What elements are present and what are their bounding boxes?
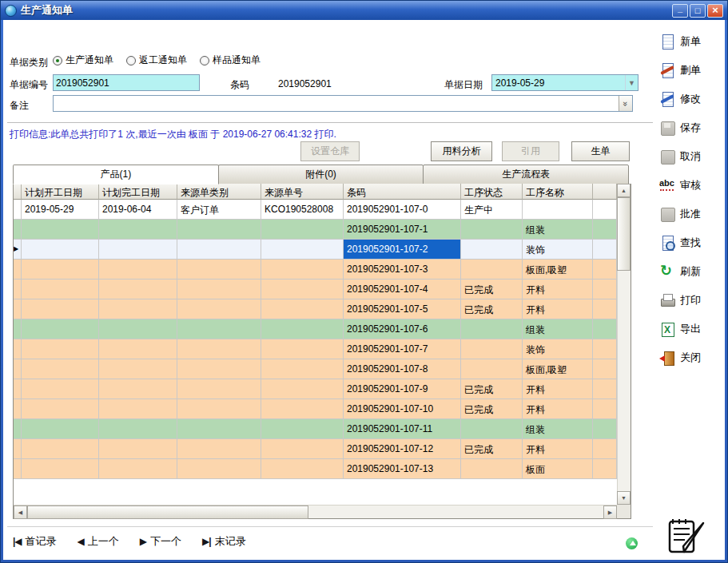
- table-cell[interactable]: [261, 299, 344, 319]
- table-cell[interactable]: 2019052901-107-3: [344, 260, 461, 280]
- table-cell[interactable]: 2019052901-107-8: [344, 359, 461, 379]
- table-cell[interactable]: 2019052901-107-13: [344, 459, 461, 479]
- table-cell[interactable]: [261, 339, 344, 359]
- table-cell[interactable]: [22, 299, 99, 319]
- table-cell[interactable]: 开料: [523, 399, 593, 419]
- table-cell[interactable]: [261, 399, 344, 419]
- sidebar-item[interactable]: 关闭: [659, 348, 728, 367]
- table-cell[interactable]: [22, 260, 99, 280]
- table-row[interactable]: 2019052901-107-7装饰: [14, 339, 617, 359]
- sidebar-item[interactable]: 打印: [659, 291, 728, 310]
- sidebar-item[interactable]: 审核: [659, 176, 728, 195]
- sidebar-item[interactable]: 保存: [659, 118, 728, 137]
- table-cell[interactable]: [461, 419, 523, 439]
- table-cell[interactable]: 2019052901-107-6: [344, 319, 461, 339]
- table-cell[interactable]: 板面: [523, 459, 593, 479]
- table-cell[interactable]: [261, 260, 344, 280]
- nav-last-record[interactable]: 末记录: [202, 534, 246, 549]
- table-cell[interactable]: [99, 399, 177, 419]
- table-cell[interactable]: [261, 359, 344, 379]
- table-cell[interactable]: 2019052901-107-5: [344, 299, 461, 319]
- table-cell[interactable]: 2019-06-04: [99, 200, 177, 220]
- table-cell[interactable]: [261, 220, 344, 240]
- table-row[interactable]: 2019052901-107-6组装: [14, 319, 617, 339]
- table-cell[interactable]: [261, 240, 344, 260]
- doc-no-input[interactable]: [53, 74, 200, 91]
- scroll-up-icon[interactable]: [617, 184, 631, 197]
- remark-input[interactable]: [54, 96, 619, 111]
- table-cell[interactable]: 2019052901-107-7: [344, 339, 461, 359]
- table-cell[interactable]: [261, 419, 344, 439]
- sidebar-item[interactable]: 批准: [659, 204, 728, 224]
- table-row[interactable]: 2019052901-107-2装饰: [14, 240, 617, 260]
- table-cell[interactable]: [461, 260, 523, 280]
- table-cell[interactable]: 已完成: [461, 379, 523, 399]
- table-cell[interactable]: [177, 280, 261, 299]
- table-cell[interactable]: 生产中: [461, 200, 523, 220]
- table-cell[interactable]: [177, 439, 261, 459]
- table-cell[interactable]: [261, 439, 344, 459]
- column-header[interactable]: 条码: [344, 184, 461, 200]
- table-cell[interactable]: 2019052901-107-9: [344, 379, 461, 399]
- table-cell[interactable]: [99, 459, 177, 479]
- table-cell[interactable]: [177, 339, 261, 359]
- doc-type-radio-1[interactable]: 生产通知单: [53, 54, 113, 67]
- column-header[interactable]: 来源单类别: [177, 184, 261, 200]
- table-cell[interactable]: KCO190528008: [261, 200, 344, 220]
- table-cell[interactable]: 开料: [523, 379, 593, 399]
- table-cell[interactable]: [99, 280, 177, 299]
- table-cell[interactable]: 已完成: [461, 280, 523, 299]
- tab[interactable]: 生产流程表: [423, 165, 629, 184]
- tab[interactable]: 产品(1): [13, 165, 219, 184]
- table-cell[interactable]: 2019052901-107-0: [344, 200, 461, 220]
- table-cell[interactable]: 2019052901-107-12: [344, 439, 461, 459]
- table-cell[interactable]: [99, 299, 177, 319]
- sidebar-item[interactable]: 修改: [659, 89, 728, 109]
- nav-next-record[interactable]: 下一个: [140, 534, 181, 549]
- column-header[interactable]: 工序名称: [523, 184, 593, 200]
- doc-type-radio-2[interactable]: 返工通知单: [126, 54, 187, 67]
- table-cell[interactable]: [177, 260, 261, 280]
- table-cell[interactable]: 已完成: [461, 299, 523, 319]
- table-cell[interactable]: [177, 379, 261, 399]
- table-cell[interactable]: [523, 200, 593, 220]
- table-row[interactable]: 2019052901-107-12已完成开料: [14, 439, 617, 459]
- column-header[interactable]: 工序状态: [461, 184, 523, 200]
- chevron-down-icon[interactable]: ▼: [625, 75, 638, 90]
- tab[interactable]: 附件(0): [218, 165, 424, 184]
- table-cell[interactable]: [22, 459, 99, 479]
- table-cell[interactable]: 组装: [523, 319, 593, 339]
- table-cell[interactable]: [177, 319, 261, 339]
- table-cell[interactable]: 客户订单: [177, 200, 261, 220]
- table-row[interactable]: 2019052901-107-3板面,吸塑: [14, 260, 617, 280]
- doc-type-radio-3[interactable]: 样品通知单: [200, 54, 261, 67]
- table-cell[interactable]: [99, 319, 177, 339]
- action-button[interactable]: 生单: [571, 141, 630, 161]
- table-row[interactable]: 2019052901-107-1组装: [14, 220, 617, 240]
- nav-first-record[interactable]: 首记录: [13, 534, 57, 549]
- table-cell[interactable]: [177, 220, 261, 240]
- table-cell[interactable]: [99, 339, 177, 359]
- scroll-left-icon[interactable]: [14, 506, 27, 519]
- table-cell[interactable]: 已完成: [461, 399, 523, 419]
- horizontal-scrollbar[interactable]: [14, 505, 617, 518]
- table-cell[interactable]: 2019052901-107-11: [344, 419, 461, 439]
- table-cell[interactable]: [22, 359, 99, 379]
- table-cell[interactable]: [261, 280, 344, 299]
- table-cell[interactable]: [22, 280, 99, 299]
- table-cell[interactable]: [461, 220, 523, 240]
- sidebar-item[interactable]: 新单: [659, 32, 728, 51]
- minimize-button[interactable]: [672, 4, 688, 18]
- table-cell[interactable]: [99, 220, 177, 240]
- column-header[interactable]: 来源单号: [261, 184, 344, 200]
- table-cell[interactable]: 2019052901-107-1: [344, 220, 461, 240]
- table-cell[interactable]: [22, 220, 99, 240]
- table-cell[interactable]: [177, 359, 261, 379]
- table-row[interactable]: 2019052901-107-9已完成开料: [14, 379, 617, 399]
- table-cell[interactable]: 已完成: [461, 439, 523, 459]
- table-cell[interactable]: [22, 339, 99, 359]
- scroll-right-icon[interactable]: [603, 506, 617, 519]
- table-cell[interactable]: [461, 339, 523, 359]
- table-cell[interactable]: [22, 439, 99, 459]
- scroll-down-icon[interactable]: [617, 491, 631, 505]
